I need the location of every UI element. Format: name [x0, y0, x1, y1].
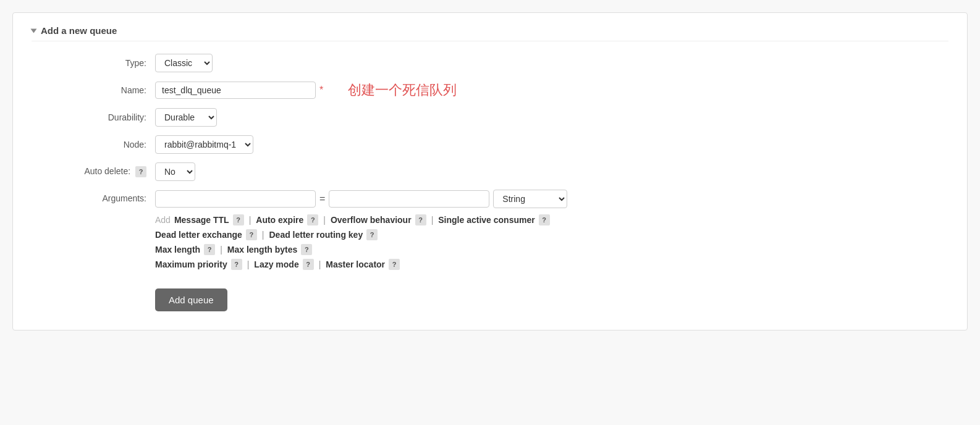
add-queue-button[interactable]: Add queue	[155, 288, 227, 311]
message-ttl-link[interactable]: Message TTL	[174, 215, 229, 225]
master-locator-link[interactable]: Master locator	[326, 259, 385, 269]
durability-label: Durability:	[32, 112, 155, 122]
name-input[interactable]	[155, 82, 316, 99]
dead-letter-routing-key-link[interactable]: Dead letter routing key	[269, 230, 363, 240]
arg-links-row-1: Add Message TTL ? | Auto expire ? | Over…	[155, 214, 567, 225]
type-select[interactable]: Classic Quorum	[155, 54, 213, 72]
auto-expire-link[interactable]: Auto expire	[256, 215, 303, 225]
auto-expire-help[interactable]: ?	[307, 214, 318, 225]
max-length-help[interactable]: ?	[204, 244, 215, 255]
durability-row: Durability: Durable Transient	[32, 108, 948, 127]
arg-links-row-3: Max length ? | Max length bytes ?	[155, 244, 567, 255]
node-row: Node: rabbit@rabbitmq-1	[32, 135, 948, 154]
type-label: Type:	[32, 58, 155, 68]
name-row: Name: * 创建一个死信队列	[32, 81, 948, 99]
collapse-icon[interactable]	[31, 28, 37, 33]
sep-2: |	[323, 215, 326, 225]
arguments-label: Arguments:	[32, 190, 155, 203]
arguments-row: Arguments: = String Number Boolean List …	[32, 190, 948, 274]
sep-6: |	[247, 259, 250, 269]
message-ttl-help[interactable]: ?	[233, 214, 244, 225]
durability-select[interactable]: Durable Transient	[155, 108, 217, 127]
node-select[interactable]: rabbit@rabbitmq-1	[155, 135, 253, 154]
max-length-bytes-help[interactable]: ?	[301, 244, 312, 255]
equals-sign: =	[319, 193, 325, 204]
overflow-behaviour-link[interactable]: Overflow behaviour	[331, 215, 412, 225]
auto-delete-help[interactable]: ?	[135, 166, 146, 177]
auto-delete-select[interactable]: No Yes	[155, 162, 195, 181]
arg-links-row-4: Maximum priority ? | Lazy mode ? | Maste…	[155, 259, 567, 270]
sep-3: |	[431, 215, 434, 225]
name-label: Name:	[32, 85, 155, 95]
maximum-priority-link[interactable]: Maximum priority	[155, 259, 227, 269]
max-length-link[interactable]: Max length	[155, 245, 200, 255]
section-title: Add a new queue	[32, 25, 948, 41]
max-length-bytes-link[interactable]: Max length bytes	[227, 245, 298, 255]
single-active-consumer-help[interactable]: ?	[539, 214, 550, 225]
add-queue-row: Add queue	[32, 282, 948, 311]
section-title-text: Add a new queue	[41, 25, 117, 36]
argument-key-input[interactable]	[155, 190, 316, 208]
overflow-behaviour-help[interactable]: ?	[415, 214, 426, 225]
dead-letter-exchange-link[interactable]: Dead letter exchange	[155, 230, 242, 240]
single-active-consumer-link[interactable]: Single active consumer	[438, 215, 534, 225]
chinese-annotation: 创建一个死信队列	[348, 81, 457, 99]
sep-5: |	[220, 245, 222, 255]
sep-7: |	[319, 259, 321, 269]
type-row: Type: Classic Quorum	[32, 54, 948, 72]
master-locator-help[interactable]: ?	[389, 259, 400, 270]
arguments-inputs: = String Number Boolean List	[155, 190, 567, 208]
maximum-priority-help[interactable]: ?	[231, 259, 242, 270]
auto-delete-label: Auto delete: ?	[32, 166, 155, 177]
required-indicator: *	[319, 85, 323, 96]
lazy-mode-link[interactable]: Lazy mode	[254, 259, 298, 269]
add-label: Add	[155, 215, 171, 225]
sep-4: |	[262, 230, 264, 240]
argument-links-area: Add Message TTL ? | Auto expire ? | Over…	[155, 214, 567, 270]
lazy-mode-help[interactable]: ?	[303, 259, 314, 270]
node-label: Node:	[32, 140, 155, 149]
sep-1: |	[249, 215, 251, 225]
dead-letter-routing-key-help[interactable]: ?	[366, 229, 378, 240]
arg-links-row-2: Dead letter exchange ? | Dead letter rou…	[155, 229, 567, 240]
auto-delete-row: Auto delete: ? No Yes	[32, 162, 948, 181]
argument-type-select[interactable]: String Number Boolean List	[493, 190, 567, 208]
dead-letter-exchange-help[interactable]: ?	[246, 229, 257, 240]
argument-value-input[interactable]	[329, 190, 489, 208]
